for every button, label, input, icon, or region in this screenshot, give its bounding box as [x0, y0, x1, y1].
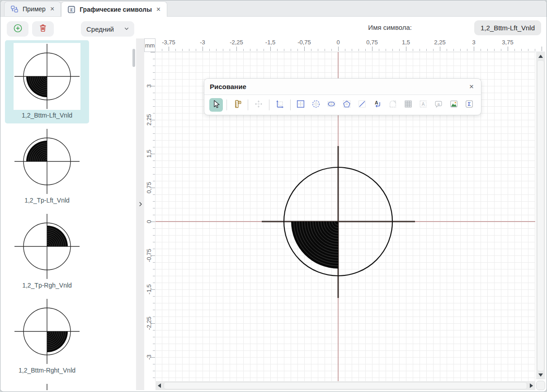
symbol-name-value: 1,2_Bttm-Lft_Vnld [481, 24, 535, 32]
flowchart-cycle-icon [10, 5, 19, 14]
add-symbol-button[interactable] [7, 21, 28, 37]
ruler-tick [153, 161, 155, 161]
ruler-tick [153, 106, 155, 107]
svg-text:A: A [375, 100, 378, 105]
page-outline-icon [388, 99, 398, 111]
contour-tool [386, 98, 400, 112]
formula-tool[interactable]: Σ [462, 98, 476, 112]
ruler-tick-major [474, 47, 474, 51]
v-ruler: 32,251,50,750-0,75-1,5-2,25-3 [144, 52, 156, 381]
ruler-tick [365, 49, 366, 51]
text-frame-tool: A [417, 98, 430, 112]
h-ruler-label: 0,75 [366, 39, 377, 46]
image-tool[interactable] [447, 98, 461, 112]
sidebar-collapse-button[interactable] [136, 199, 144, 210]
tab-2[interactable]: ΣГрафические символы× [61, 1, 167, 17]
ruler-tick [153, 316, 155, 317]
tab-1[interactable]: Пример× [4, 1, 61, 16]
tab-bar: Пример×ΣГрафические символы× [0, 0, 547, 17]
text-frame-icon: A [418, 99, 428, 111]
tab-close-icon[interactable]: × [49, 5, 55, 13]
symbol-card[interactable]: 1,2_Tp-Lft_Vnld [5, 125, 89, 208]
drawing-panel: Рисование × AAaΣ [204, 78, 481, 115]
ruler-tick [345, 49, 345, 51]
v-ruler-label: 0,75 [146, 180, 152, 195]
close-icon[interactable]: × [467, 82, 476, 91]
measure-tool[interactable] [231, 98, 244, 112]
ruler-tick [153, 79, 155, 80]
delete-symbol-button[interactable] [32, 21, 54, 37]
ruler-tick [433, 49, 434, 51]
scroll-left-icon[interactable] [158, 383, 161, 388]
ruler-tick [386, 49, 386, 51]
symbol-card[interactable]: 1,2_Bttm-Rght_Vnld [5, 295, 89, 378]
svg-text:A: A [422, 102, 425, 107]
diagonal-line-icon [357, 99, 367, 111]
ruler-tick [209, 49, 210, 51]
circle-tool[interactable] [309, 98, 323, 112]
coordinate-axes-tool[interactable] [273, 98, 287, 112]
ruler-tick [487, 49, 488, 51]
cursor-icon [211, 99, 221, 111]
ruler-tick-major [440, 47, 440, 51]
ruler-tick [182, 49, 183, 51]
symbol-card[interactable]: 1,2_Tp-Rgh_Vnld [5, 210, 89, 293]
ellipse-icon [326, 99, 336, 111]
ruler-tick [153, 228, 155, 229]
h-ruler-label: 0 [336, 39, 340, 46]
drawing-panel-header[interactable]: Рисование × [204, 79, 481, 95]
h-scrollbar[interactable] [156, 381, 535, 390]
ruler-tick [460, 49, 461, 51]
v-scrollbar[interactable] [536, 52, 545, 379]
ruler-tick [535, 49, 535, 51]
sidebar-scrollbar-thumb[interactable] [132, 49, 135, 67]
polygon-tool[interactable] [340, 98, 354, 112]
size-dropdown[interactable]: Средний [81, 21, 134, 37]
ruler-tick-major [236, 47, 237, 51]
ruler-tick [153, 283, 155, 283]
line-tool[interactable] [355, 98, 369, 112]
axes-icon [275, 99, 285, 111]
symbol-card-label: 1,2_Tp-Rgh_Vnld [5, 280, 89, 291]
h-ruler-label: -3,75 [162, 39, 175, 46]
toolbar-separator [248, 99, 248, 110]
symbol-card[interactable] [5, 380, 89, 390]
table-grid-icon [403, 99, 413, 111]
tab-close-icon[interactable]: × [156, 6, 161, 13]
image-icon [449, 99, 459, 111]
ruler-tick [153, 215, 155, 215]
ruler-unit-box: mm [144, 38, 156, 52]
ruler-tick [153, 140, 155, 141]
ruler-tick [277, 49, 278, 51]
ruler-tick [521, 49, 522, 51]
v-ruler-label: 1,5 [146, 146, 152, 161]
v-ruler-label: -1,5 [146, 282, 152, 297]
ruler-tick [264, 49, 264, 51]
ruler-tick [153, 59, 155, 59]
text-tool[interactable]: A [371, 98, 384, 112]
ruler-tick [153, 249, 155, 249]
ruler-tick [153, 201, 155, 202]
scroll-up-icon[interactable] [538, 55, 543, 58]
ruler-tick [297, 49, 298, 51]
ruler-tick-major [338, 47, 339, 51]
svg-text:Σ: Σ [468, 101, 471, 107]
symbol-list: 1,2_Bttm-Lft_Vnld 1,2_Tp-Lft_Vnld 1,2_Tp… [0, 40, 136, 390]
scroll-down-icon[interactable] [538, 373, 543, 377]
ruler-tick-major [203, 47, 203, 51]
scroll-right-icon[interactable] [530, 383, 533, 388]
rectangle-tool[interactable] [294, 98, 308, 112]
symbol-card[interactable]: 1,2_Bttm-Lft_Vnld [5, 40, 89, 123]
select-tool[interactable] [209, 98, 223, 112]
sidebar-toolbar: Средний [0, 17, 136, 40]
chevron-right-icon [137, 200, 144, 210]
ruler-tick-major [372, 47, 373, 51]
h-scrollbar-thumb[interactable] [164, 382, 527, 389]
ruler-tick [257, 49, 257, 51]
toolbar-separator [226, 99, 227, 110]
ellipse-tool[interactable] [325, 98, 338, 112]
symbol-name-field[interactable]: 1,2_Bttm-Lft_Vnld [474, 20, 541, 35]
h-ruler-label: -1,5 [265, 39, 275, 46]
scrollbar-corner[interactable] [536, 381, 545, 390]
v-scrollbar-thumb[interactable] [537, 60, 544, 371]
